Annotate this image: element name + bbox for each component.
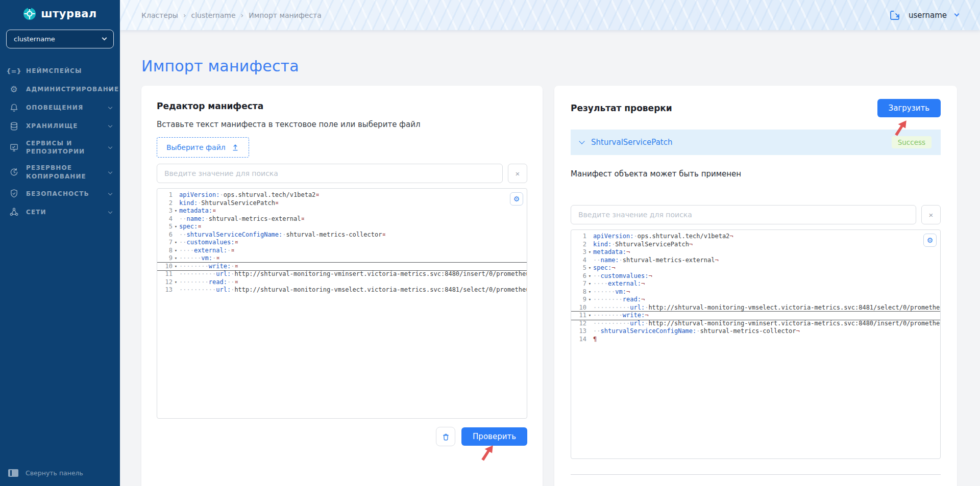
code-text: ··········url:·http://shturval-monitorin… <box>593 320 941 328</box>
code-text: ····external:·¤ <box>179 247 234 255</box>
result-code-lines: 1apiVersion:·ops.shturval.tech/v1beta2¬2… <box>571 230 940 343</box>
editor-search-clear-button[interactable]: × <box>508 164 527 183</box>
collapse-panel-button[interactable]: Свернуть панель <box>0 462 120 486</box>
app-logo-text: штурвал <box>41 8 97 20</box>
exit-cluster-icon[interactable] <box>889 10 900 21</box>
choose-file-button[interactable]: Выберите файл <box>157 137 249 158</box>
fold-arrow-icon[interactable]: ▾ <box>586 264 593 272</box>
line-number: 8 <box>571 288 586 296</box>
line-number: 2 <box>571 241 586 249</box>
user-zone: username <box>889 10 959 21</box>
breadcrumb-clusters[interactable]: Кластеры <box>141 11 178 19</box>
sidebar-item-label: АДМИНИСТРИРОВАНИЕ <box>26 85 102 93</box>
editor-card-title: Редактор манифеста <box>157 101 527 111</box>
line-number: 9 <box>157 254 173 263</box>
fold-arrow-icon[interactable]: ▾ <box>586 280 593 288</box>
fold-arrow-icon[interactable]: ▾ <box>173 278 179 287</box>
upload-icon <box>231 143 239 151</box>
code-line-12: 12··········url:·http://shturval-monitor… <box>571 320 940 328</box>
fold-arrow-icon[interactable]: ▾ <box>173 263 179 271</box>
code-text: ··name:·shturval-metrics-external¬ <box>593 257 719 265</box>
manifest-code-editor[interactable]: ⚙ 1apiVersion:·ops.shturval.tech/v1beta2… <box>157 188 527 419</box>
fold-arrow-icon[interactable]: ▾ <box>173 239 179 247</box>
shturval-logo-icon <box>23 7 36 20</box>
resource-accordion[interactable]: ShturvalServicePatch Success <box>571 130 941 155</box>
fold-arrow-icon[interactable]: ▾ <box>586 288 593 296</box>
result-search-clear-button[interactable]: × <box>921 205 941 224</box>
editor-card-subtitle: Вставьте текст манифеста в текстовое пол… <box>157 120 527 129</box>
sidebar-item-label: СЕТИ <box>26 208 46 216</box>
result-search-input[interactable] <box>571 205 916 224</box>
breadcrumb: Кластеры › clustername › Импорт манифест… <box>141 11 322 19</box>
code-text: ··········url:·http://shturval-monitorin… <box>179 286 527 294</box>
fold-arrow-icon[interactable]: ▾ <box>173 223 179 231</box>
sidebar-item-7[interactable]: СЕТИ <box>0 203 120 221</box>
fold-spacer <box>173 270 179 278</box>
code-line-4: 4··name:·shturval-metrics-external¬ <box>571 257 940 265</box>
check-result-card: Результат проверки Загрузить ShturvalSer… <box>554 86 957 486</box>
code-text: apiVersion:·ops.shturval.tech/v1beta2¤ <box>179 191 320 199</box>
line-number: 6 <box>571 272 586 280</box>
result-message: Манифест объекта может быть применен <box>571 169 941 178</box>
line-number: 5 <box>157 223 173 231</box>
fold-arrow-icon[interactable]: ▾ <box>173 254 179 263</box>
line-number: 2 <box>157 199 173 208</box>
username-menu[interactable]: username <box>909 11 947 20</box>
fold-arrow-icon[interactable]: ▾ <box>173 207 179 215</box>
fold-arrow-icon[interactable]: ▾ <box>586 272 593 280</box>
line-number: 12 <box>157 278 173 287</box>
editor-search-input[interactable] <box>157 164 503 183</box>
line-number: 7 <box>571 280 586 288</box>
topbar: Кластеры › clustername › Импорт манифест… <box>120 0 980 30</box>
code-line-1: 1apiVersion:·ops.shturval.tech/v1beta2¤ <box>157 191 527 199</box>
fold-arrow-icon[interactable]: ▾ <box>586 248 593 257</box>
code-text: apiVersion:·ops.shturval.tech/v1beta2¬ <box>593 233 733 241</box>
code-line-11: 11··········url:·http://shturval-monitor… <box>157 270 527 278</box>
sidebar-item-label: СЕРВИСЫ И РЕПОЗИТОРИИ <box>26 139 102 156</box>
result-code-editor[interactable]: ⚙ 1apiVersion:·ops.shturval.tech/v1beta2… <box>571 229 941 459</box>
sidebar-item-label: НЕЙМСПЕЙСЫ <box>26 67 82 75</box>
breadcrumb-clustername[interactable]: clustername <box>191 11 235 19</box>
clear-editor-button[interactable] <box>436 427 455 446</box>
fold-arrow-icon[interactable]: ▾ <box>173 247 179 255</box>
code-text: ··customvalues:¬ <box>593 272 652 280</box>
result-search-row: × <box>571 205 941 224</box>
line-number: 11 <box>571 312 586 320</box>
chevron-down-icon[interactable] <box>954 12 960 17</box>
cluster-select[interactable]: clustername <box>6 30 114 48</box>
line-number: 5 <box>571 264 586 272</box>
fold-spacer <box>586 257 593 265</box>
app-logo: штурвал <box>0 0 120 25</box>
fold-spacer <box>586 241 593 249</box>
sidebar: штурвал clustername {=}НЕЙМСПЕЙСЫ⚙АДМИНИ… <box>0 0 120 486</box>
editor-settings-gear-icon[interactable]: ⚙ <box>510 192 523 206</box>
fold-spacer <box>586 336 593 344</box>
manifest-editor-card: Редактор манифеста Вставьте текст манифе… <box>141 86 543 486</box>
upload-button[interactable]: Загрузить <box>877 99 941 117</box>
gear-icon: ⚙ <box>8 84 19 94</box>
editor-settings-gear-icon[interactable]: ⚙ <box>923 234 937 247</box>
check-button[interactable]: Проверить <box>461 427 527 446</box>
sidebar-item-0[interactable]: {=}НЕЙМСПЕЙСЫ <box>0 62 120 80</box>
line-number: 11 <box>157 270 173 278</box>
fold-spacer <box>586 304 593 312</box>
sidebar-item-6[interactable]: БЕЗОПАСНОСТЬ <box>0 185 120 203</box>
code-text: ··shturvalServiceConfigName:·shturval-me… <box>593 327 800 336</box>
collapse-panel-label: Свернуть панель <box>26 469 83 477</box>
code-line-10: 10▾········write:·¤ <box>157 263 527 271</box>
network-icon <box>8 207 19 217</box>
code-text: spec:¤ <box>179 223 201 231</box>
code-text: kind:·ShturvalServicePatch¬ <box>593 241 693 249</box>
sidebar-item-5[interactable]: РЕЗЕРВНОЕ КОПИРОВАНИЕ <box>0 160 120 184</box>
editor-search-row: × <box>157 164 527 183</box>
code-text: ······vm:·¤ <box>179 254 220 263</box>
sidebar-item-label: БЕЗОПАСНОСТЬ <box>26 190 89 198</box>
chevron-down-icon <box>108 191 112 195</box>
line-number: 9 <box>571 296 586 304</box>
sidebar-item-3[interactable]: ХРАНИЛИЩЕ <box>0 117 120 135</box>
sidebar-item-1[interactable]: ⚙АДМИНИСТРИРОВАНИЕ <box>0 80 120 98</box>
fold-arrow-icon[interactable]: ▾ <box>586 296 593 304</box>
fold-arrow-icon[interactable]: ▾ <box>586 312 593 320</box>
sidebar-item-2[interactable]: ОПОВЕЩЕНИЯ <box>0 98 120 117</box>
sidebar-item-4[interactable]: СЕРВИСЫ И РЕПОЗИТОРИИ <box>0 135 120 160</box>
